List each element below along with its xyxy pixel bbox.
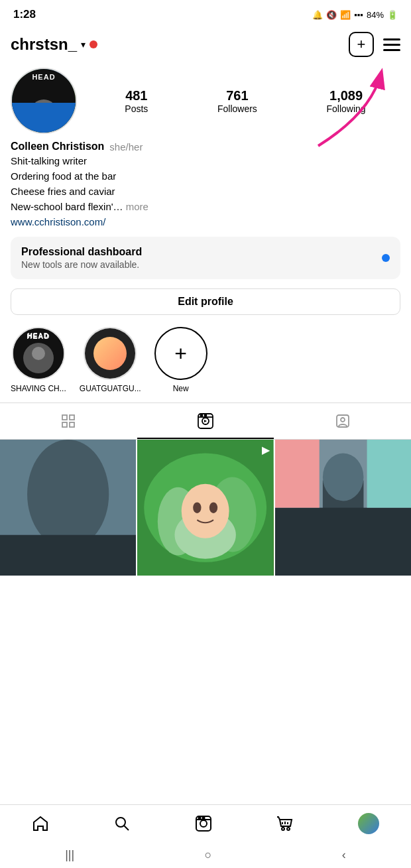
recents-button[interactable]: ‹ <box>342 848 346 862</box>
highlight-1-head <box>32 347 45 360</box>
photo-cell-3[interactable] <box>275 440 411 576</box>
hamburger-icon <box>383 38 400 51</box>
svg-point-26 <box>323 454 364 501</box>
svg-point-14 <box>27 440 109 548</box>
svg-point-9 <box>205 414 207 416</box>
stats-row: 481 Posts 761 Followers 1,089 Following <box>90 88 400 114</box>
avatar[interactable] <box>11 68 77 134</box>
pro-subtitle: New tools are now available. <box>21 259 142 270</box>
grid-icon <box>60 413 76 429</box>
highlights-section: HEAD SHAVING CH... GUATGUATGU... + New <box>0 324 411 403</box>
posts-stat[interactable]: 481 Posts <box>125 88 148 114</box>
nav-icons: + <box>349 32 400 57</box>
reels-nav-icon <box>195 815 212 832</box>
svg-point-35 <box>198 817 200 819</box>
following-count: 1,089 <box>329 88 363 103</box>
add-content-button[interactable]: + <box>349 32 374 57</box>
svg-point-37 <box>282 828 284 830</box>
highlight-item-2[interactable]: GUATGUATGU... <box>80 327 141 393</box>
nav-profile[interactable] <box>358 813 379 834</box>
bio-more[interactable]: more <box>126 201 148 212</box>
highlight-1-bg: HEAD <box>13 328 64 379</box>
svg-rect-1 <box>62 415 67 420</box>
pro-text: Professional dashboard New tools are now… <box>21 246 142 270</box>
pro-title: Professional dashboard <box>21 246 142 258</box>
bio-link[interactable]: www.cchristison.com/ <box>11 216 400 227</box>
svg-rect-3 <box>62 422 67 427</box>
system-nav: ||| ○ ‹ <box>0 841 411 868</box>
highlight-item-new[interactable]: + New <box>154 327 207 393</box>
status-icons: 🔔 🔇 📶 ▪▪▪ 84% 🔋 <box>312 10 398 20</box>
avatar-image <box>12 69 76 133</box>
nav-reels[interactable] <box>195 815 212 832</box>
home-button[interactable]: ○ <box>205 848 212 862</box>
tab-bar <box>0 403 411 440</box>
svg-point-22 <box>194 502 202 513</box>
back-button[interactable]: ||| <box>65 848 74 862</box>
svg-point-8 <box>201 414 203 416</box>
battery-icon: 🔋 <box>387 10 398 20</box>
reels-icon <box>197 412 214 430</box>
menu-button[interactable] <box>383 38 400 51</box>
followers-label: Followers <box>217 103 257 114</box>
status-time: 1:28 <box>13 8 36 21</box>
alarm-icon: 🔔 <box>312 10 323 20</box>
svg-point-36 <box>202 817 204 819</box>
home-icon <box>32 815 49 832</box>
photo-3-visual <box>275 440 411 576</box>
highlight-label-2: GUATGUATGU... <box>80 384 141 393</box>
dropdown-icon[interactable]: ▾ <box>81 39 86 50</box>
posts-count: 481 <box>125 88 147 103</box>
svg-rect-29 <box>367 440 411 508</box>
svg-rect-2 <box>70 415 74 420</box>
photo-1-visual <box>0 440 136 576</box>
posts-label: Posts <box>125 103 148 114</box>
highlight-item-1[interactable]: HEAD SHAVING CH... <box>11 327 66 393</box>
username-text: chrstsn_ <box>11 35 77 54</box>
reel-indicator: ▶ <box>262 444 270 456</box>
nav-shop[interactable] <box>276 815 294 832</box>
edit-profile-button[interactable]: Edit profile <box>11 288 400 315</box>
svg-rect-4 <box>70 422 74 427</box>
nav-home[interactable] <box>32 815 49 832</box>
following-stat[interactable]: 1,089 Following <box>327 88 366 114</box>
top-nav: chrstsn_ ▾ + <box>0 27 411 62</box>
profile-section: 481 Posts 761 Followers 1,089 Following <box>0 62 411 134</box>
tab-reels[interactable] <box>137 403 274 439</box>
svg-marker-10 <box>204 420 207 422</box>
bio-pronouns: she/her <box>109 141 143 153</box>
tab-tagged[interactable] <box>274 403 411 439</box>
svg-point-38 <box>287 828 290 830</box>
svg-point-12 <box>341 418 345 422</box>
followers-stat[interactable]: 761 Followers <box>217 88 257 114</box>
highlight-2-bg <box>85 328 135 379</box>
bio-line-3: Cheese fries and caviar <box>11 184 400 198</box>
svg-line-31 <box>125 826 129 830</box>
avatar-person <box>30 99 57 126</box>
highlight-label-new: New <box>173 384 189 393</box>
add-icon: + <box>349 32 374 57</box>
svg-point-23 <box>209 502 217 513</box>
highlight-circle-2 <box>84 327 137 380</box>
svg-point-33 <box>200 820 207 827</box>
shop-icon <box>276 815 294 832</box>
live-indicator <box>89 40 97 48</box>
bio-line-4: New-school bard flexin'… more <box>11 200 400 214</box>
status-bar: 1:28 🔔 🔇 📶 ▪▪▪ 84% 🔋 <box>0 0 411 27</box>
nav-search[interactable] <box>113 815 131 832</box>
battery-level: 84% <box>367 10 384 20</box>
photos-grid: ▶ <box>0 440 411 576</box>
bio-name-row: Colleen Christison she/her <box>11 141 400 153</box>
followers-count: 761 <box>226 88 248 103</box>
professional-dashboard[interactable]: Professional dashboard New tools are now… <box>11 237 400 279</box>
photo-2-visual <box>137 440 273 576</box>
photo-cell-1[interactable] <box>0 440 136 576</box>
pro-indicator-dot <box>382 254 390 262</box>
avatar-bg <box>12 69 76 133</box>
photo-cell-2[interactable]: ▶ <box>137 440 273 576</box>
following-label: Following <box>327 103 366 114</box>
tab-posts[interactable] <box>0 403 137 439</box>
bottom-nav <box>0 804 411 841</box>
bio-line-2: Ordering food at the bar <box>11 169 400 183</box>
profile-avatar-nav <box>358 813 379 834</box>
